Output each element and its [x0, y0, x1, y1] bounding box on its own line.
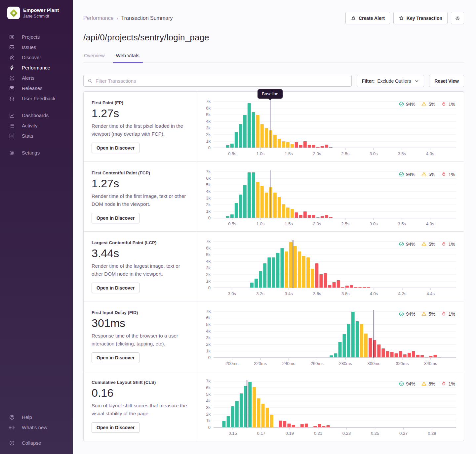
open-in-discover-button[interactable]: Open in Discover [92, 143, 139, 153]
good-badge: 94% [399, 241, 416, 247]
check-circle-icon [399, 311, 404, 317]
good-badge: 94% [399, 381, 416, 386]
vital-histogram[interactable]: 01k2k3k4k5k6k7k200ms220ms240ms260ms280ms… [196, 301, 464, 371]
vital-title: First Input Delay (FID) [92, 310, 188, 315]
svg-text:5k: 5k [206, 112, 211, 117]
svg-text:5k: 5k [206, 392, 211, 397]
filter-prefix: Filter: [362, 78, 375, 84]
tab-overview[interactable]: Overview [83, 51, 105, 63]
svg-text:4.2s: 4.2s [398, 291, 407, 296]
key-transaction-button[interactable]: Key Transaction [393, 12, 448, 24]
org-switcher[interactable]: Empower Plant Jane Schmidt [0, 0, 73, 19]
org-avatar [7, 7, 20, 19]
fire-icon [441, 101, 447, 107]
activity-icon [9, 123, 15, 129]
vital-status-badges: 94% 5% 1% [399, 171, 456, 177]
vital-status-badges: 94% 5% 1% [399, 311, 456, 317]
projects-icon [9, 34, 15, 40]
filter-transactions-search[interactable] [83, 75, 352, 87]
vital-value: 3.44s [92, 247, 188, 260]
svg-text:4k: 4k [206, 329, 211, 334]
svg-text:3.0s: 3.0s [370, 221, 378, 226]
sidebar-item-help[interactable]: Help [0, 412, 73, 422]
open-in-discover-button[interactable]: Open in Discover [92, 213, 139, 223]
sidebar-item-releases[interactable]: Releases [0, 83, 73, 93]
vital-value: 1.27s [92, 107, 188, 120]
vital-histogram[interactable]: 01k2k3k4k5k6k7k0.5s1.0s1.5s2.0s2.5s3.0s3… [196, 162, 464, 231]
org-user: Jane Schmidt [23, 14, 59, 19]
releases-icon [9, 85, 15, 91]
svg-text:6k: 6k [206, 385, 211, 390]
svg-text:7k: 7k [206, 239, 211, 244]
sidebar-item-alerts[interactable]: Alerts [0, 73, 73, 83]
svg-text:2k: 2k [206, 202, 211, 207]
svg-text:200ms: 200ms [225, 361, 239, 366]
sidebar-item-user-feedback[interactable]: User Feedback [0, 93, 73, 104]
svg-text:3.5s: 3.5s [398, 151, 406, 156]
sidebar-item-whats-new[interactable]: What's new [0, 422, 73, 432]
svg-text:3.6s: 3.6s [313, 291, 321, 296]
svg-text:0.17: 0.17 [257, 431, 265, 436]
svg-text:340ms: 340ms [424, 361, 437, 366]
sidebar-item-activity[interactable]: Activity [0, 120, 73, 131]
svg-text:3.0s: 3.0s [370, 151, 378, 156]
check-circle-icon [399, 241, 404, 247]
vital-histogram[interactable]: 01k2k3k4k5k6k7k3.0s3.2s3.4s3.6s3.8s4.0s4… [196, 232, 464, 301]
vital-description: Render time of the largest image, text o… [92, 262, 188, 278]
svg-text:3k: 3k [206, 265, 211, 270]
vital-histogram[interactable]: 01k2k3k4k5k6k7k0.150.170.190.210.230.250… [196, 371, 464, 441]
help-icon [9, 414, 15, 420]
alerts-icon [9, 75, 15, 81]
search-input[interactable] [96, 78, 347, 84]
good-badge: 94% [399, 171, 416, 177]
svg-text:0: 0 [208, 425, 211, 430]
tab-web-vitals[interactable]: Web Vitals [115, 51, 140, 63]
breadcrumb: Performance › Transaction Summary [83, 15, 173, 21]
meh-badge: 5% [421, 101, 435, 107]
svg-text:1k: 1k [206, 209, 211, 214]
breadcrumb-performance-link[interactable]: Performance [83, 15, 114, 21]
settings-gear-button[interactable] [451, 12, 464, 24]
fire-icon [441, 311, 447, 317]
reset-view-button[interactable]: Reset View [429, 75, 464, 87]
sidebar-item-label: Alerts [22, 75, 34, 81]
svg-text:7k: 7k [206, 379, 211, 384]
sidebar: Empower Plant Jane Schmidt Projects Issu… [0, 0, 73, 454]
svg-text:3k: 3k [206, 125, 211, 130]
vital-row-cls: Cumulative Layout Shift (CLS) 0.16 Sum o… [84, 371, 464, 441]
svg-text:3.5s: 3.5s [398, 221, 406, 226]
svg-text:4.0s: 4.0s [426, 221, 434, 226]
vital-value: 301ms [92, 317, 188, 330]
sidebar-item-settings[interactable]: Settings [0, 148, 73, 158]
sidebar-item-dashboards[interactable]: Dashboards [0, 110, 73, 120]
svg-text:4.4s: 4.4s [426, 291, 435, 296]
poor-badge: 1% [441, 101, 455, 107]
open-in-discover-button[interactable]: Open in Discover [92, 283, 139, 293]
svg-text:1k: 1k [206, 279, 211, 284]
filter-dropdown[interactable]: Filter: Exclude Outliers [357, 75, 424, 87]
baseline-tooltip: Baseline [258, 89, 283, 99]
svg-text:3k: 3k [206, 335, 211, 340]
sidebar-item-performance[interactable]: Performance [0, 63, 73, 73]
warning-triangle-icon [421, 241, 427, 247]
fire-icon [441, 381, 447, 386]
svg-text:2k: 2k [206, 412, 211, 417]
sidebar-item-label: Settings [22, 150, 40, 156]
sidebar-item-label: Stats [22, 133, 33, 139]
vital-value: 1.27s [92, 177, 188, 190]
open-in-discover-button[interactable]: Open in Discover [92, 422, 139, 433]
sidebar-item-issues[interactable]: Issues [0, 42, 73, 52]
vital-histogram[interactable]: Baseline 01k2k3k4k5k6k7k0.5s1.0s1.5s2.0s… [196, 92, 464, 161]
sidebar-item-discover[interactable]: Discover [0, 52, 73, 63]
sidebar-item-projects[interactable]: Projects [0, 32, 73, 42]
fire-icon [441, 241, 447, 247]
sidebar-item-label: Help [22, 414, 32, 420]
sidebar-collapse-button[interactable]: Collapse [0, 438, 73, 448]
warning-triangle-icon [421, 101, 427, 107]
svg-text:0.5s: 0.5s [228, 151, 236, 156]
open-in-discover-button[interactable]: Open in Discover [92, 352, 139, 363]
svg-text:3k: 3k [206, 405, 211, 410]
create-alert-button[interactable]: Create Alert [345, 12, 390, 24]
sidebar-nav: Projects Issues Discover Performance Ale… [0, 32, 73, 158]
sidebar-item-stats[interactable]: Stats [0, 131, 73, 141]
